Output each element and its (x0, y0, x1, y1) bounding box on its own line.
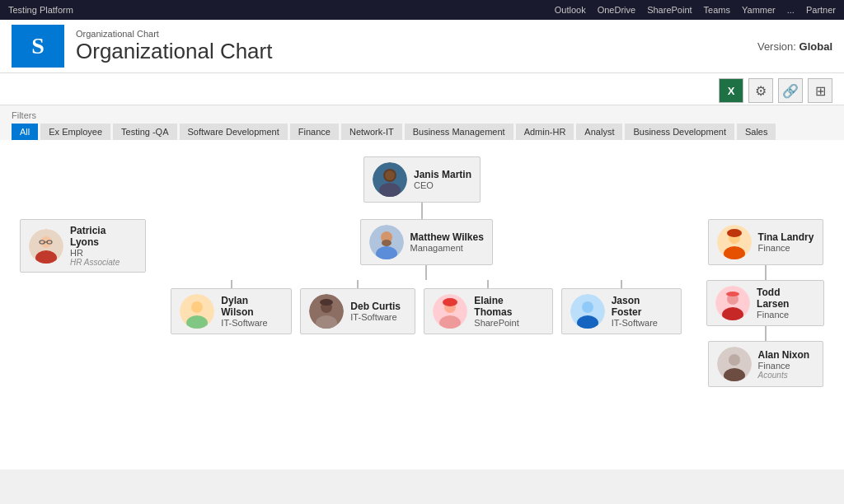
app-name-label: Testing Platform (8, 5, 73, 15)
settings-icon[interactable]: ⚙ (748, 78, 773, 103)
connector-line-v (421, 203, 423, 219)
toolbar: X ⚙ 🔗 ⊞ (0, 73, 844, 105)
svg-point-25 (443, 298, 457, 306)
root-wrap: Janis Martin CEO Patricia Lyons HR HR As… (20, 156, 824, 387)
avatar (433, 294, 467, 329)
connector-line-v (765, 265, 767, 280)
avatar (717, 347, 752, 381)
excel-icon[interactable]: X (719, 78, 743, 103)
filter-tab-network-it[interactable]: Network-IT (341, 124, 402, 140)
nav-sharepoint[interactable]: SharePoint (647, 5, 692, 15)
svg-point-36 (726, 292, 739, 296)
top-navbar: Testing Platform Outlook OneDrive ShareP… (0, 0, 844, 20)
filter-tab-testing-qa[interactable]: Testing -QA (113, 124, 176, 140)
header-titles: Organizational Chart Organizational Char… (76, 29, 272, 64)
avatar (715, 286, 750, 320)
grid-icon[interactable]: ⊞ (808, 78, 832, 103)
connector-line-v (765, 326, 767, 341)
filter-tab-software-dev[interactable]: Software Development (180, 124, 288, 140)
nav-partner[interactable]: Partner (806, 5, 836, 15)
nav-yammer[interactable]: Yammer (742, 5, 776, 15)
filters-label: Filters (12, 110, 832, 120)
filter-tab-analyst[interactable]: Analyst (576, 124, 622, 140)
top-nav-links: Outlook OneDrive SharePoint Teams Yammer… (555, 5, 836, 15)
level2-row: Patricia Lyons HR HR Associate Matthew W… (20, 219, 824, 387)
org-chart: Janis Martin CEO Patricia Lyons HR HR As… (12, 148, 832, 395)
connector-line-v (425, 265, 427, 280)
nav-outlook[interactable]: Outlook (555, 5, 586, 15)
filter-tab-sales[interactable]: Sales (737, 124, 776, 140)
org-node-deb-curtis[interactable]: Deb Curtis IT-Software (300, 288, 415, 334)
filter-tab-business-mgmt[interactable]: Business Management (405, 124, 513, 140)
avatar (717, 225, 752, 259)
header-subtitle: Organizational Chart (76, 29, 272, 39)
org-node-patricia-lyons[interactable]: Patricia Lyons HR HR Associate (20, 219, 146, 273)
level2-branch: Tina Landry Finance Todd Larsen Finance … (706, 219, 824, 387)
nav-more[interactable]: ... (787, 5, 795, 15)
logo-box: S (12, 25, 64, 68)
svg-point-21 (320, 299, 333, 306)
avatar (180, 294, 214, 329)
svg-point-38 (729, 354, 740, 366)
nav-teams[interactable]: Teams (704, 5, 730, 15)
version-value: Global (799, 40, 832, 53)
app-name: Testing Platform (8, 4, 73, 16)
avatar (373, 162, 407, 197)
org-node-dylan-wilson[interactable]: Dylan Wilson IT-Software (171, 288, 292, 334)
header-left: S Organizational Chart Organizational Ch… (12, 25, 272, 68)
svg-point-32 (727, 229, 742, 237)
org-node-elaine-thomas[interactable]: Elaine Thomas SharePoint (424, 288, 552, 334)
page-header: S Organizational Chart Organizational Ch… (0, 20, 844, 73)
org-node-todd-larsen[interactable]: Todd Larsen Finance (706, 280, 824, 326)
org-node-alan-nixon[interactable]: Alan Nixon Finance Acounts (708, 341, 823, 387)
avatar (369, 225, 404, 259)
org-node-jason-foster[interactable]: Jason Foster IT-Software (561, 288, 682, 334)
filter-tab-business-dev[interactable]: Business Development (625, 124, 734, 140)
org-node-tina-landry[interactable]: Tina Landry Finance (708, 219, 823, 265)
filters-section: Filters AllEx EmployeeTesting -QASoftwar… (0, 105, 844, 140)
org-node-matthew-wilkes[interactable]: Matthew Wilkes Managament (360, 219, 493, 265)
main-content: Janis Martin CEO Patricia Lyons HR HR As… (0, 140, 844, 469)
avatar (309, 294, 344, 329)
svg-point-27 (582, 301, 593, 313)
link-icon[interactable]: 🔗 (778, 78, 803, 103)
version-info: Version: Global (757, 40, 832, 53)
filter-tab-ex-employee[interactable]: Ex Employee (40, 124, 110, 140)
filter-tab-all[interactable]: All (12, 124, 38, 140)
filter-tab-admin-hr[interactable]: Admin-HR (516, 124, 574, 140)
svg-point-13 (382, 240, 392, 246)
level2-branch: Matthew Wilkes Managament Dylan Wilson I… (171, 219, 682, 334)
svg-point-4 (385, 170, 395, 180)
page-title: Organizational Chart (76, 39, 272, 64)
logo-letter: S (31, 33, 45, 59)
filter-tabs: AllEx EmployeeTesting -QASoftware Develo… (12, 124, 832, 140)
nav-onedrive[interactable]: OneDrive (598, 5, 635, 15)
avatar (570, 294, 605, 329)
level2-branch: Patricia Lyons HR HR Associate (20, 219, 146, 273)
org-node-janis-martin[interactable]: Janis Martin CEO (363, 156, 481, 203)
version-label: Version: (757, 40, 796, 53)
svg-point-16 (191, 301, 203, 313)
avatar (29, 229, 63, 264)
filter-tab-finance[interactable]: Finance (290, 124, 339, 140)
